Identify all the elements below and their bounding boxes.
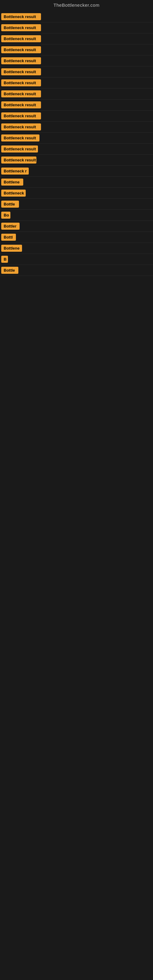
bottleneck-result-badge[interactable]: Bottleneck result: [1, 123, 41, 130]
bottleneck-result-badge[interactable]: Bottleneck result: [1, 24, 41, 31]
list-item: Bottle: [0, 265, 153, 276]
list-item: Bottle: [0, 199, 153, 210]
bottleneck-result-badge[interactable]: Bottleneck result: [1, 134, 40, 142]
list-item: Bottleneck result: [0, 78, 153, 89]
bottleneck-result-badge[interactable]: Bottleneck result: [1, 35, 41, 42]
bottleneck-result-badge[interactable]: Bottleneck result: [1, 13, 41, 20]
list-item: Bottleneck result: [0, 89, 153, 100]
list-item: Bottleneck result: [0, 33, 153, 45]
list-item: Bottleneck result: [0, 67, 153, 78]
bottleneck-result-badge[interactable]: Bottler: [1, 223, 19, 230]
list-item: Bottleneck result: [0, 56, 153, 67]
bottleneck-result-badge[interactable]: Bottleneck result: [1, 101, 41, 108]
list-item: Bottl: [0, 232, 153, 243]
bottleneck-result-badge[interactable]: Bottle: [1, 200, 19, 208]
list-item: Bottleneck result: [0, 144, 153, 155]
bottleneck-result-badge[interactable]: Bottleneck result: [1, 90, 41, 97]
bottleneck-result-badge[interactable]: Bottleneck: [1, 189, 26, 197]
bottleneck-result-badge[interactable]: Bottleneck result: [1, 79, 41, 86]
bottleneck-result-badge[interactable]: Bottlene: [1, 178, 23, 186]
list-item: Bottleneck result: [0, 22, 153, 33]
list-item: Bottleneck result: [0, 100, 153, 111]
bottleneck-result-badge[interactable]: Bottl: [1, 234, 16, 241]
bottleneck-result-badge[interactable]: Bottleneck result: [1, 46, 41, 53]
bottleneck-result-badge[interactable]: Bottleneck result: [1, 112, 41, 119]
list-item: Bottleneck: [0, 188, 153, 199]
bottleneck-result-badge[interactable]: B: [1, 256, 8, 263]
bottleneck-result-badge[interactable]: Bottlene: [1, 245, 22, 252]
bottleneck-result-badge[interactable]: Bottleneck r: [1, 167, 29, 175]
list-item: Bottlene: [0, 177, 153, 188]
site-title-text: TheBottlenecker.com: [0, 0, 153, 11]
list-item: Bo: [0, 210, 153, 221]
list-item: Bottlene: [0, 243, 153, 254]
rows-container: Bottleneck resultBottleneck resultBottle…: [0, 11, 153, 276]
bottleneck-result-badge[interactable]: Bottle: [1, 267, 18, 274]
bottleneck-result-badge[interactable]: Bo: [1, 212, 10, 219]
list-item: B: [0, 254, 153, 265]
list-item: Bottleneck result: [0, 45, 153, 56]
bottleneck-result-badge[interactable]: Bottleneck result: [1, 68, 41, 75]
bottleneck-result-badge[interactable]: Bottleneck result: [1, 57, 41, 64]
list-item: Bottleneck result: [0, 122, 153, 133]
list-item: Bottleneck result: [0, 133, 153, 144]
bottleneck-result-badge[interactable]: Bottleneck result: [1, 156, 37, 164]
list-item: Bottleneck result: [0, 111, 153, 122]
bottleneck-result-badge[interactable]: Bottleneck result: [1, 145, 38, 153]
list-item: Bottleneck result: [0, 11, 153, 22]
list-item: Bottleneck r: [0, 166, 153, 177]
list-item: Bottler: [0, 221, 153, 232]
list-item: Bottleneck result: [0, 155, 153, 166]
